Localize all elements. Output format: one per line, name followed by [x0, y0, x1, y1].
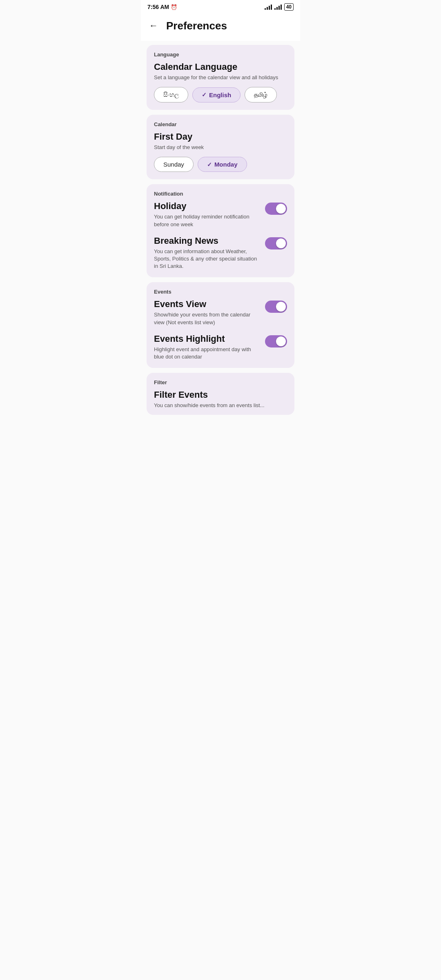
calendar-section-label: Calendar [154, 121, 287, 127]
filter-events-desc: You can show/hide events from an events … [154, 402, 287, 409]
language-section-label: Language [154, 51, 287, 58]
breaking-news-toggle[interactable] [265, 237, 287, 249]
status-icons: 40 [265, 3, 294, 11]
events-view-desc: Show/hide your events from the calendar … [154, 311, 258, 326]
first-day-desc: Start day of the week [154, 144, 287, 151]
first-day-options: Sunday Monday [154, 157, 287, 172]
events-highlight-title: Events Highlight [154, 334, 258, 344]
page-title: Preferences [166, 20, 227, 32]
notification-section: Notification Holiday You can get holiday… [147, 184, 294, 277]
first-day-title: First Day [154, 131, 287, 142]
breaking-news-toggle-slider [265, 237, 287, 249]
alarm-icon: ⏰ [171, 4, 177, 10]
events-highlight-toggle-slider [265, 335, 287, 347]
breaking-news-setting-row: Breaking News You can get information ab… [154, 236, 287, 270]
battery-indicator: 40 [284, 3, 294, 11]
breaking-news-desc: You can get information about Weather, S… [154, 248, 258, 270]
language-desc: Set a language for the calendar view and… [154, 74, 287, 81]
language-section: Language Calendar Language Set a languag… [147, 45, 294, 110]
preferences-content: Language Calendar Language Set a languag… [141, 41, 300, 419]
first-day-option-sunday[interactable]: Sunday [154, 157, 194, 172]
back-button[interactable]: ← [147, 19, 160, 33]
events-highlight-setting-row: Events Highlight Highlight event and app… [154, 334, 287, 361]
filter-section: Filter Filter Events You can show/hide e… [147, 373, 294, 415]
holiday-toggle-slider [265, 203, 287, 215]
filter-section-label: Filter [154, 379, 287, 385]
holiday-title: Holiday [154, 201, 258, 212]
calendar-section: Calendar First Day Start day of the week… [147, 115, 294, 179]
events-section-label: Events [154, 289, 287, 295]
language-option-english[interactable]: English [192, 87, 241, 102]
language-option-sinhala[interactable]: සිංහල [154, 87, 188, 102]
language-option-tamil[interactable]: தமிழ் [245, 87, 277, 102]
signal-icon-2 [274, 4, 282, 10]
events-section: Events Events View Show/hide your events… [147, 282, 294, 368]
filter-events-title: Filter Events [154, 390, 287, 400]
events-highlight-toggle[interactable] [265, 335, 287, 347]
notification-section-label: Notification [154, 191, 287, 197]
status-bar: 7:56 AM ⏰ 40 [141, 0, 300, 12]
holiday-desc: You can get holiday reminder notificatio… [154, 213, 258, 228]
page-header: ← Preferences [141, 12, 300, 41]
status-time: 7:56 AM ⏰ [147, 4, 177, 10]
first-day-option-monday[interactable]: Monday [198, 157, 247, 172]
signal-icon-1 [265, 4, 272, 10]
breaking-news-title: Breaking News [154, 236, 258, 246]
events-view-toggle[interactable] [265, 301, 287, 313]
language-options: සිංහල English தமிழ் [154, 87, 287, 102]
time-text: 7:56 AM [147, 4, 169, 10]
events-view-toggle-slider [265, 301, 287, 313]
language-title: Calendar Language [154, 62, 287, 72]
events-view-title: Events View [154, 299, 258, 310]
events-highlight-desc: Highlight event and appointment day with… [154, 346, 258, 361]
holiday-setting-row: Holiday You can get holiday reminder not… [154, 201, 287, 228]
holiday-toggle[interactable] [265, 203, 287, 215]
events-view-setting-row: Events View Show/hide your events from t… [154, 299, 287, 326]
